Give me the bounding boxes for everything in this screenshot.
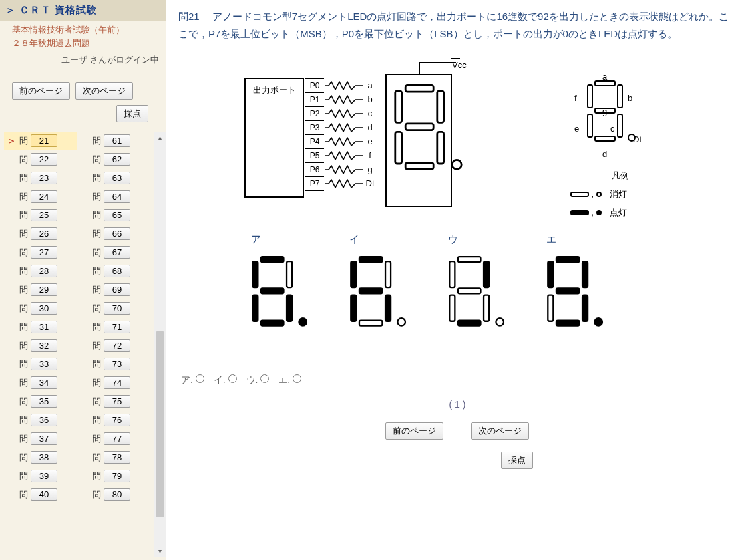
- question-button[interactable]: 66: [104, 227, 130, 240]
- seven-segment-display: [546, 256, 589, 327]
- answer-radio[interactable]: [260, 374, 269, 383]
- answer-radio[interactable]: [196, 374, 204, 383]
- question-button[interactable]: 26: [31, 227, 57, 240]
- seg-wire-label: c: [364, 106, 376, 121]
- segment-f: [587, 84, 593, 108]
- question-button[interactable]: 38: [31, 451, 57, 464]
- pin-row: P4e: [305, 135, 376, 148]
- diagram-area: 出力ポート P0aP1bP2cP3dP4eP5fP6gP7Dt Vcc a b …: [224, 58, 690, 336]
- question-button[interactable]: 25: [31, 209, 57, 221]
- question-button[interactable]: 71: [104, 321, 130, 333]
- question-prefix: 問: [16, 489, 31, 501]
- question-button[interactable]: 69: [104, 283, 130, 296]
- seg-label-c: c: [610, 122, 615, 136]
- segment-a: [359, 256, 383, 263]
- question-button[interactable]: 23: [31, 172, 57, 184]
- question-row: 問37: [4, 430, 77, 448]
- question-prefix: 問: [16, 172, 31, 184]
- question-button[interactable]: 79: [104, 470, 130, 482]
- question-prefix: 問: [89, 284, 104, 296]
- question-button[interactable]: 72: [104, 339, 130, 352]
- question-prefix: 問: [16, 303, 31, 315]
- answer-radio[interactable]: [228, 374, 237, 383]
- main-next-page-button[interactable]: 次のページ: [471, 422, 529, 440]
- scrollbar[interactable]: ▴ ▾: [154, 132, 166, 557]
- sidebar-score-row: 採点: [0, 102, 166, 129]
- question-button[interactable]: 73: [104, 358, 130, 370]
- question-prefix: 問: [16, 321, 31, 333]
- question-button[interactable]: 74: [104, 376, 130, 389]
- seg-label-a: a: [602, 70, 607, 84]
- question-button[interactable]: 80: [104, 488, 130, 501]
- answer-option[interactable]: ア.: [181, 374, 204, 385]
- question-button[interactable]: 21: [31, 134, 57, 147]
- main-score-button[interactable]: 採点: [501, 452, 533, 469]
- question-button[interactable]: 33: [31, 358, 57, 370]
- question-prefix: 問: [16, 396, 31, 408]
- pin-label: P6: [305, 162, 324, 177]
- question-button[interactable]: 76: [104, 414, 130, 426]
- scroll-up-icon[interactable]: ▴: [154, 132, 166, 144]
- question-button[interactable]: 29: [31, 283, 57, 296]
- question-button[interactable]: 67: [104, 246, 130, 259]
- question-button[interactable]: 65: [104, 209, 130, 221]
- answer-radio[interactable]: [293, 374, 301, 383]
- question-button[interactable]: 39: [31, 470, 57, 482]
- segment-map-legend: a b c d e f g Dt 凡例 , 消灯: [570, 75, 670, 224]
- seg-wire-label: e: [364, 134, 376, 149]
- segment-g: [260, 287, 285, 294]
- next-page-button[interactable]: 次のページ: [75, 82, 133, 100]
- answer-option[interactable]: エ.: [278, 374, 301, 385]
- question-prefix: 問: [89, 210, 104, 221]
- question-button[interactable]: 27: [31, 246, 57, 259]
- question-button[interactable]: 40: [31, 488, 57, 501]
- main-pager: 前のページ 次のページ: [178, 422, 736, 440]
- question-prefix: 問: [89, 470, 104, 482]
- question-prefix: 問: [89, 452, 104, 464]
- circuit-diagram: 出力ポート P0aP1bP2cP3dP4eP5fP6gP7Dt Vcc a b …: [224, 58, 690, 231]
- scroll-down-icon[interactable]: ▾: [154, 545, 166, 557]
- question-button[interactable]: 24: [31, 190, 57, 203]
- scroll-thumb[interactable]: [156, 331, 164, 517]
- question-button[interactable]: 28: [31, 265, 57, 277]
- question-prefix: 問: [89, 228, 104, 240]
- question-button[interactable]: 64: [104, 190, 130, 203]
- question-prefix: 問: [89, 321, 104, 333]
- prev-page-button[interactable]: 前のページ: [12, 82, 70, 100]
- question-button[interactable]: 35: [31, 395, 57, 408]
- question-button[interactable]: 36: [31, 414, 57, 426]
- question-prefix: 問: [16, 358, 31, 370]
- seven-segment-display: [393, 84, 445, 170]
- question-prefix: 問: [16, 265, 31, 277]
- question-row: 問70: [77, 299, 150, 318]
- segment-a: [457, 256, 482, 263]
- question-button[interactable]: 32: [31, 339, 57, 352]
- question-button[interactable]: 78: [104, 451, 130, 464]
- question-button[interactable]: 68: [104, 265, 130, 277]
- question-button[interactable]: 62: [104, 153, 130, 166]
- question-row: 問34: [4, 374, 77, 392]
- question-button[interactable]: 75: [104, 395, 130, 408]
- question-prefix: 問: [89, 377, 104, 389]
- question-prefix: 問: [89, 135, 104, 147]
- segment-b: [385, 260, 391, 287]
- question-button[interactable]: 70: [104, 302, 130, 315]
- question-button[interactable]: 34: [31, 376, 57, 389]
- segment-b: [617, 84, 623, 108]
- seg-label-d: d: [602, 147, 607, 162]
- answer-option[interactable]: ウ.: [246, 374, 270, 385]
- question-button[interactable]: 22: [31, 153, 57, 166]
- answer-option[interactable]: イ.: [214, 374, 237, 385]
- main-prev-page-button[interactable]: 前のページ: [385, 422, 443, 440]
- question-button[interactable]: 37: [31, 432, 57, 445]
- score-button[interactable]: 採点: [116, 105, 148, 122]
- question-button[interactable]: 77: [104, 432, 130, 445]
- question-button[interactable]: 31: [31, 321, 57, 333]
- segment-c: [483, 294, 490, 321]
- question-row: 問39: [4, 467, 77, 486]
- question-button[interactable]: 63: [104, 172, 130, 184]
- question-button[interactable]: 30: [31, 302, 57, 315]
- question-button[interactable]: 61: [104, 134, 130, 147]
- legend-title: 凡例: [570, 168, 670, 183]
- question-prefix: 問: [89, 396, 104, 408]
